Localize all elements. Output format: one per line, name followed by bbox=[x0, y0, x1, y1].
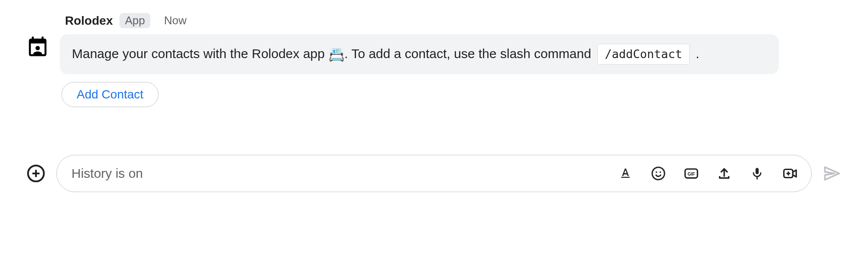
message-text-2: . To add a contact, use the slash comman… bbox=[344, 46, 595, 61]
format-text-icon[interactable] bbox=[617, 165, 634, 182]
mic-icon[interactable] bbox=[749, 165, 765, 182]
compose-toolbar: GIF bbox=[617, 165, 798, 182]
svg-point-5 bbox=[660, 172, 661, 173]
svg-point-4 bbox=[656, 172, 657, 173]
app-avatar bbox=[26, 35, 49, 58]
app-badge: App bbox=[120, 13, 150, 28]
svg-point-3 bbox=[652, 167, 665, 180]
message-bubble: Manage your contacts with the Rolodex ap… bbox=[60, 34, 779, 74]
sender-name: Rolodex bbox=[65, 14, 113, 28]
action-row: Add Contact bbox=[62, 82, 779, 107]
message-text-1: Manage your contacts with the Rolodex ap… bbox=[72, 46, 328, 61]
timestamp: Now bbox=[164, 14, 187, 27]
message-content: Rolodex App Now Manage your contacts wit… bbox=[60, 13, 779, 107]
emoji-icon[interactable] bbox=[650, 165, 667, 182]
message-text-3: . bbox=[692, 46, 700, 61]
video-icon[interactable] bbox=[782, 165, 798, 182]
compose-row: GIF bbox=[26, 155, 842, 192]
message-header: Rolodex App Now bbox=[60, 13, 779, 28]
upload-icon[interactable] bbox=[716, 165, 732, 182]
message-row: Rolodex App Now Manage your contacts wit… bbox=[26, 13, 842, 107]
slash-command-chip: /addContact bbox=[597, 44, 690, 65]
add-attachment-button[interactable] bbox=[26, 163, 46, 183]
compose-input[interactable] bbox=[71, 166, 617, 181]
rolodex-emoji: 📇 bbox=[328, 47, 344, 62]
compose-box[interactable]: GIF bbox=[56, 155, 812, 192]
add-contact-button[interactable]: Add Contact bbox=[62, 82, 159, 107]
gif-icon[interactable]: GIF bbox=[683, 165, 700, 182]
send-button[interactable] bbox=[822, 163, 842, 183]
svg-text:GIF: GIF bbox=[687, 172, 695, 176]
svg-rect-8 bbox=[755, 168, 758, 174]
